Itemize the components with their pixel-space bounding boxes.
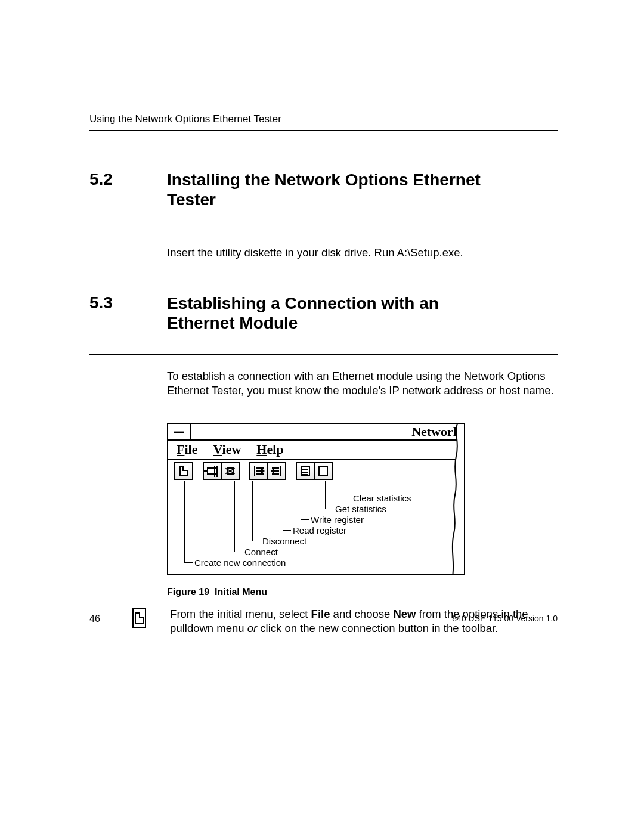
write-register-button[interactable] [267, 462, 286, 480]
menu-help[interactable]: Help [256, 442, 283, 457]
callout-clear-statistics: Clear statistics [353, 493, 411, 503]
running-header: Using the Network Options Ethernet Teste… [89, 113, 558, 125]
callout-overlay: Clear statistics Get statistics Write re… [168, 481, 464, 574]
section-number-5-2: 5.2 [89, 170, 167, 189]
document-page: Using the Network Options Ethernet Teste… [0, 0, 644, 833]
section-rule [89, 354, 558, 355]
section-5-3-body: To establish a connection with an Ethern… [167, 369, 558, 398]
write-register-icon [272, 466, 281, 476]
header-rule [89, 130, 558, 131]
section-5-2-body: Insert the utility diskette in your disk… [167, 246, 558, 260]
callout-disconnect: Disconnect [262, 536, 306, 546]
window-title: Network [411, 424, 460, 439]
get-statistics-icon [301, 466, 310, 476]
toolbar [168, 460, 464, 481]
section-number-5-3: 5.3 [89, 293, 167, 312]
menu-file[interactable]: File [177, 442, 197, 457]
callout-write-register: Write register [311, 515, 364, 525]
section-title-5-3: Establishing a Connection with an Ethern… [167, 293, 489, 333]
disconnect-icon [225, 466, 236, 476]
system-menu-icon [174, 431, 184, 433]
connect-button[interactable] [203, 462, 222, 480]
screenshot-window: Network File View Help [167, 423, 465, 575]
disconnect-button[interactable] [221, 462, 240, 480]
clear-statistics-icon [318, 466, 328, 476]
title-bar: Network [168, 424, 464, 441]
callout-new-connection: Create new connection [194, 558, 286, 568]
new-document-icon [179, 466, 188, 476]
page-number: 46 [89, 614, 100, 624]
document-id: 840 USE 115 00 Version 1.0 [452, 614, 558, 623]
callout-connect: Connect [244, 547, 278, 557]
connect-icon [207, 467, 218, 475]
menu-view[interactable]: View [213, 442, 241, 457]
read-register-button[interactable] [249, 462, 268, 480]
section-rule [89, 231, 558, 231]
get-statistics-button[interactable] [296, 462, 315, 480]
figure-19: Network File View Help [167, 423, 465, 597]
figure-caption: Figure 19 Initial Menu [167, 587, 465, 597]
callout-read-register: Read register [293, 525, 346, 535]
read-register-icon [254, 466, 264, 476]
callout-get-statistics: Get statistics [335, 504, 386, 514]
clear-statistics-button[interactable] [314, 462, 333, 480]
section-title-5-2: Installing the Network Options Ethernet … [167, 170, 489, 209]
system-menu-button[interactable] [168, 424, 191, 439]
menu-bar: File View Help [168, 441, 464, 460]
page-footer: 46 840 USE 115 00 Version 1.0 [89, 614, 558, 624]
new-connection-button[interactable] [174, 462, 193, 480]
